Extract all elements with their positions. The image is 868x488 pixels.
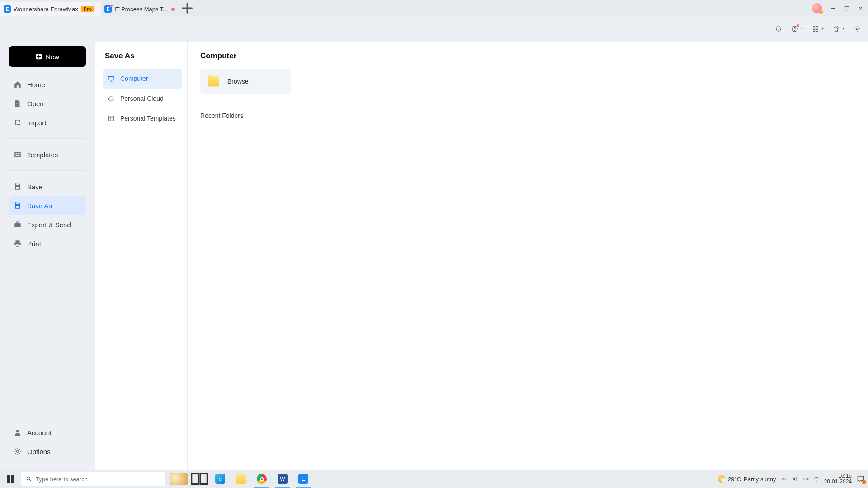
save-as-title: Save As: [103, 52, 182, 61]
header-icon-row: ▾ ▾ ▾: [0, 16, 868, 42]
svg-rect-28: [7, 479, 10, 483]
taskbar-search-input[interactable]: [36, 476, 160, 483]
sidebar-item-label: Options: [27, 448, 51, 455]
taskbar-news-widget[interactable]: [168, 470, 189, 488]
sidebar-item-save-as[interactable]: Save As: [9, 196, 86, 215]
chevron-down-icon: ▾: [801, 27, 803, 31]
sidebar-item-label: Save As: [27, 202, 52, 210]
taskbar-clock[interactable]: 16:16 20-01-2024: [824, 473, 852, 485]
close-button[interactable]: [854, 2, 867, 14]
gear-icon[interactable]: [854, 25, 861, 33]
add-tab-button[interactable]: [181, 0, 193, 16]
new-button[interactable]: New: [9, 46, 86, 67]
weather-icon: [718, 475, 725, 483]
chevron-down-icon: ▾: [843, 27, 844, 31]
svg-rect-27: [11, 475, 14, 479]
tab-document-label: IT Process Maps T...: [114, 6, 168, 13]
minimize-button[interactable]: [826, 2, 840, 14]
tab-document[interactable]: E IT Process Maps T...: [101, 2, 181, 16]
search-icon: [26, 476, 32, 482]
weather-widget[interactable]: 29°C Partly sunny: [718, 475, 776, 483]
taskbar-search[interactable]: [21, 472, 165, 486]
home-icon: [14, 80, 22, 89]
svg-point-35: [816, 481, 816, 481]
svg-rect-25: [109, 116, 114, 121]
taskbar-app-edraw[interactable]: E: [293, 470, 314, 488]
location-item-personal-cloud[interactable]: Personal Cloud: [103, 89, 182, 108]
sidebar-item-label: Open: [27, 100, 44, 108]
sidebar-item-home[interactable]: Home: [9, 75, 86, 94]
location-item-label: Personal Templates: [120, 115, 176, 122]
bell-icon[interactable]: [775, 25, 782, 33]
user-avatar[interactable]: [812, 3, 822, 13]
svg-rect-19: [16, 206, 19, 208]
shirt-icon[interactable]: [833, 25, 840, 33]
content-pane: Computer Browse Recent Folders: [188, 42, 868, 470]
svg-rect-3: [813, 26, 815, 28]
svg-point-22: [16, 430, 19, 432]
svg-rect-32: [200, 474, 207, 484]
taskbar-app-word[interactable]: W: [272, 470, 293, 488]
windows-taskbar: e W E 29°C Partly sunny 16:16 20-01-2024: [0, 470, 868, 488]
sidebar-item-save[interactable]: Save: [9, 177, 86, 196]
chevron-up-icon[interactable]: [781, 476, 787, 482]
word-icon: W: [278, 474, 288, 484]
save-location-sidebar: Save As Computer Personal Cloud Personal…: [95, 42, 188, 470]
svg-rect-6: [816, 29, 818, 31]
sidebar-item-print[interactable]: Print: [9, 234, 86, 253]
taskbar-app-edge[interactable]: e: [210, 470, 231, 488]
help-icon[interactable]: [791, 25, 798, 33]
app-tab-strip: E Wondershare EdrawMax Pro E IT Process …: [0, 0, 868, 16]
battery-icon[interactable]: [802, 476, 809, 482]
sidebar-item-open[interactable]: Open: [9, 94, 86, 113]
start-button[interactable]: [0, 470, 21, 488]
taskbar-taskview[interactable]: [189, 470, 210, 488]
sidebar-item-import[interactable]: Import: [9, 113, 86, 132]
svg-rect-10: [16, 104, 19, 104]
chrome-icon: [257, 474, 267, 484]
new-button-label: New: [46, 53, 59, 61]
svg-rect-0: [845, 6, 849, 10]
sidebar-item-templates[interactable]: Templates: [9, 145, 86, 164]
grid-apps-icon[interactable]: [812, 25, 819, 33]
save-icon: [14, 183, 22, 191]
folder-icon: [236, 474, 246, 484]
svg-rect-18: [16, 202, 19, 204]
import-icon: [14, 118, 22, 127]
content-title: Computer: [200, 52, 855, 61]
location-item-personal-templates[interactable]: Personal Templates: [103, 108, 182, 128]
templates-icon: [14, 150, 22, 159]
svg-point-23: [17, 450, 19, 453]
sidebar-item-options[interactable]: Options: [9, 442, 86, 461]
browse-button[interactable]: Browse: [200, 69, 291, 94]
svg-rect-33: [803, 478, 807, 480]
task-view-icon: [189, 469, 210, 488]
location-item-label: Computer: [120, 75, 148, 82]
briefcase-icon: [14, 221, 22, 229]
svg-rect-12: [14, 152, 21, 157]
pro-badge: Pro: [81, 6, 94, 12]
maximize-button[interactable]: [840, 2, 854, 14]
print-icon: [14, 239, 22, 248]
template-icon: [108, 115, 115, 122]
edraw-app-icon: E: [4, 5, 11, 13]
taskbar-app-chrome[interactable]: [251, 470, 272, 488]
sidebar-item-label: Import: [27, 119, 47, 127]
sidebar-item-export-send[interactable]: Export & Send: [9, 215, 86, 234]
system-tray: 29°C Partly sunny 16:16 20-01-2024: [715, 473, 868, 485]
wifi-icon[interactable]: [813, 476, 820, 482]
browse-label: Browse: [227, 78, 249, 85]
clock-date: 20-01-2024: [824, 479, 852, 485]
unsaved-dot-icon: [171, 8, 175, 11]
location-item-label: Personal Cloud: [120, 95, 164, 102]
chevron-down-icon: ▾: [822, 27, 824, 31]
svg-rect-26: [7, 475, 10, 479]
location-item-computer[interactable]: Computer: [103, 69, 182, 89]
svg-rect-34: [807, 479, 808, 479]
action-center-icon[interactable]: [856, 474, 865, 483]
sidebar-item-label: Home: [27, 81, 45, 89]
taskbar-app-explorer[interactable]: [231, 470, 251, 488]
tab-app-main[interactable]: E Wondershare EdrawMax Pro: [0, 2, 101, 16]
speaker-icon[interactable]: [792, 476, 798, 482]
sidebar-item-account[interactable]: Account: [9, 423, 86, 442]
